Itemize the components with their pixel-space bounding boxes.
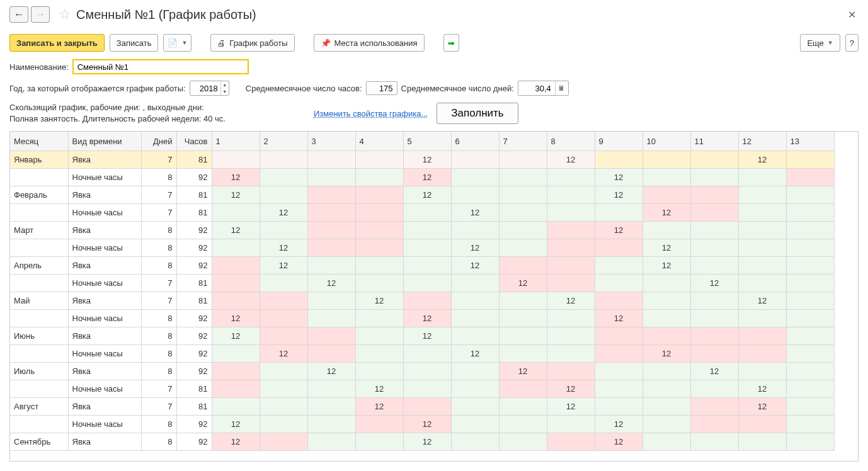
day-cell[interactable] [260,309,307,327]
avg-days-input[interactable] [518,81,555,95]
day-cell[interactable] [307,433,355,450]
day-cell[interactable] [355,309,403,327]
day-cell[interactable] [451,150,499,168]
table-row[interactable]: ЯнварьЯвка781121212 [10,150,834,168]
day-cell[interactable] [307,150,355,168]
day-cell[interactable] [307,186,355,203]
day-cell[interactable] [307,203,355,221]
day-cell[interactable] [547,256,595,274]
table-row[interactable]: Ночные часы892121212 [10,168,834,186]
day-cell[interactable] [547,362,595,380]
day-cell[interactable] [451,433,499,450]
day-cell[interactable]: 12 [738,292,786,309]
day-cell[interactable]: 12 [595,433,642,450]
table-row[interactable]: ИюньЯвка8921212 [10,327,834,344]
day-cell[interactable] [499,397,547,415]
day-cell[interactable]: 12 [403,309,451,327]
day-cell[interactable] [642,415,690,433]
edit-properties-link[interactable]: Изменить свойства графика... [314,109,428,118]
day-cell[interactable] [690,397,738,415]
day-cell[interactable] [786,203,834,221]
day-cell[interactable] [547,309,595,327]
day-cell[interactable] [260,150,307,168]
day-cell[interactable] [403,256,451,274]
day-cell[interactable] [690,309,738,327]
day-cell[interactable]: 12 [547,397,595,415]
day-cell[interactable] [642,397,690,415]
day-cell[interactable] [738,239,786,256]
day-cell[interactable]: 12 [547,150,595,168]
day-cell[interactable] [738,186,786,203]
day-cell[interactable]: 12 [642,203,690,221]
day-cell[interactable] [738,221,786,239]
day-cell[interactable]: 12 [499,274,547,292]
day-cell[interactable] [307,168,355,186]
day-cell[interactable] [499,327,547,344]
day-cell[interactable] [212,344,260,362]
forward-button[interactable]: → [31,6,50,23]
day-cell[interactable] [547,344,595,362]
day-cell[interactable] [355,186,403,203]
day-cell[interactable] [738,256,786,274]
day-cell[interactable] [786,168,834,186]
day-cell[interactable] [786,256,834,274]
day-cell[interactable] [212,380,260,397]
day-cell[interactable] [355,274,403,292]
day-cell[interactable] [451,168,499,186]
day-cell[interactable] [595,380,642,397]
day-cell[interactable] [738,344,786,362]
day-cell[interactable] [738,362,786,380]
day-cell[interactable]: 12 [403,327,451,344]
day-cell[interactable] [355,203,403,221]
day-cell[interactable] [595,362,642,380]
table-row[interactable]: Ночные часы781121212 [10,274,834,292]
day-cell[interactable] [355,327,403,344]
day-cell[interactable] [355,239,403,256]
day-cell[interactable] [212,150,260,168]
year-down-icon[interactable]: ▼ [221,88,229,95]
day-cell[interactable]: 12 [690,362,738,380]
day-cell[interactable] [786,415,834,433]
day-cell[interactable] [595,292,642,309]
day-cell[interactable] [786,397,834,415]
day-cell[interactable] [690,168,738,186]
day-cell[interactable] [786,309,834,327]
day-cell[interactable] [499,203,547,221]
day-cell[interactable] [595,203,642,221]
day-cell[interactable]: 12 [642,256,690,274]
day-cell[interactable]: 12 [690,274,738,292]
day-cell[interactable]: 12 [738,150,786,168]
day-cell[interactable] [547,327,595,344]
table-row[interactable]: Ночные часы781121212 [10,380,834,397]
day-cell[interactable] [642,380,690,397]
day-cell[interactable] [642,433,690,450]
day-cell[interactable] [786,380,834,397]
day-cell[interactable] [738,168,786,186]
day-cell[interactable]: 12 [403,186,451,203]
day-cell[interactable] [547,415,595,433]
day-cell[interactable]: 12 [307,274,355,292]
day-cell[interactable]: 12 [260,203,307,221]
day-cell[interactable] [307,292,355,309]
day-cell[interactable] [642,186,690,203]
table-row[interactable]: ИюльЯвка892121212 [10,362,834,380]
schedule-table-wrap[interactable]: МесяцВид времениДнейЧасов123456789101112… [9,131,859,462]
day-cell[interactable] [690,239,738,256]
day-cell[interactable] [547,203,595,221]
day-cell[interactable] [355,344,403,362]
day-cell[interactable] [212,239,260,256]
day-cell[interactable] [642,309,690,327]
table-row[interactable]: АвгустЯвка781121212 [10,397,834,415]
table-row[interactable]: Ночные часы781121212 [10,203,834,221]
day-cell[interactable] [690,327,738,344]
print-schedule-button[interactable]: График работы [210,34,294,52]
day-cell[interactable]: 12 [212,186,260,203]
day-cell[interactable]: 12 [738,380,786,397]
day-cell[interactable] [547,433,595,450]
year-input[interactable] [190,81,220,95]
day-cell[interactable] [499,256,547,274]
day-cell[interactable] [451,327,499,344]
day-cell[interactable] [595,344,642,362]
day-cell[interactable] [307,344,355,362]
day-cell[interactable] [355,168,403,186]
